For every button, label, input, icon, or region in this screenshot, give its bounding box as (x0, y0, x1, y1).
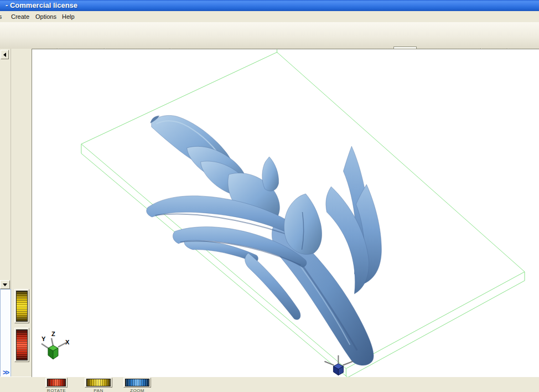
red-drum[interactable] (16, 329, 28, 360)
menu-item-help[interactable]: Help (60, 11, 76, 22)
down-arrow-icon (3, 283, 7, 286)
vertical-wheel-red[interactable] (14, 328, 29, 362)
menu-item-create[interactable]: Create (9, 11, 31, 22)
left-arrow-icon (3, 53, 6, 57)
bottom-control-bar: ROTATE PAN ZOOM (0, 376, 539, 392)
main-toolbar: i (0, 22, 539, 49)
zoom-label: ZOOM (123, 388, 151, 392)
dropdown-button[interactable] (0, 280, 10, 289)
menu-bar: rs Create Options Help (0, 11, 539, 22)
vertical-wheel-yellow[interactable] (14, 289, 29, 323)
left-sidebar-strip: >> (0, 49, 11, 376)
zoom-wheel-drum[interactable] (125, 379, 149, 386)
yellow-drum[interactable] (16, 291, 28, 322)
origin-marker-cube (324, 355, 353, 375)
application-window: - Commercial license rs Create Options H… (0, 0, 539, 392)
axis-label-z: Z (51, 331, 55, 337)
viewport-3d[interactable]: Y Z X (32, 49, 539, 377)
title-bar[interactable]: - Commercial license (0, 0, 539, 11)
work-area: >> (0, 49, 539, 376)
axis-label-y: Y (42, 336, 46, 342)
zoom-wheel-group: ZOOM (123, 378, 151, 392)
pan-wheel[interactable] (85, 378, 112, 388)
menu-item-clipped[interactable]: rs (0, 11, 3, 22)
pan-wheel-group: PAN (85, 378, 112, 392)
model-scene: Y Z X (32, 49, 539, 377)
pan-wheel-drum[interactable] (86, 379, 111, 386)
zoom-wheel[interactable] (123, 378, 151, 388)
menu-item-options[interactable]: Options (34, 11, 58, 22)
pan-label: PAN (85, 388, 112, 392)
axis-indicator: Y Z X (42, 331, 70, 359)
relief-model-flower (147, 115, 382, 365)
collapse-panel-button[interactable] (1, 50, 9, 59)
axis-label-x: X (65, 339, 70, 345)
window-title: - Commercial license (6, 0, 77, 11)
rotate-wheel-drum[interactable] (47, 379, 66, 386)
left-control-column (11, 49, 32, 376)
